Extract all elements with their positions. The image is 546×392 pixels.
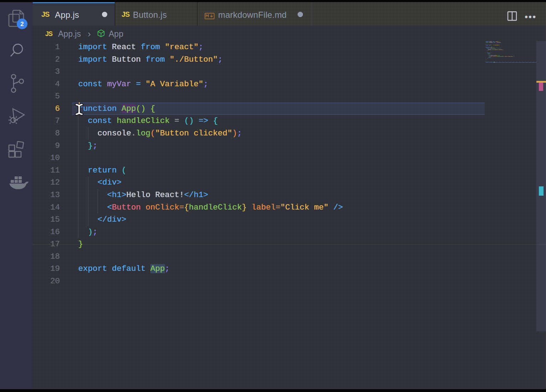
svg-text:2: 2 [20,21,24,27]
